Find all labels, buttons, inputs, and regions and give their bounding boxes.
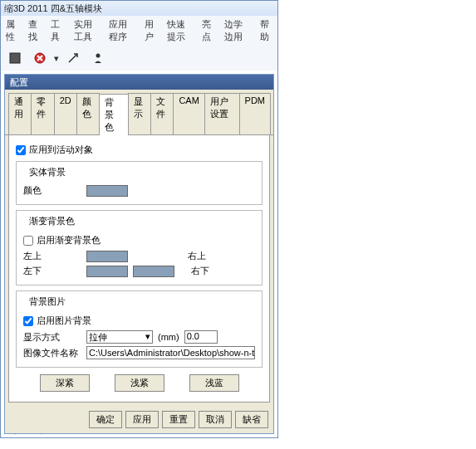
reset-button[interactable]: 重置 [162, 411, 195, 428]
menu-item[interactable]: 快速提示 [165, 17, 194, 44]
apply-active-label: 应用到活动对象 [29, 144, 93, 156]
menu-item[interactable]: 用户 [143, 17, 159, 44]
app-toolbar: ▾ [1, 46, 277, 71]
menubar: 属性 查找 工具 实用工具 应用程序 用户 快速提示 亮点 边学边用 帮助 [1, 16, 277, 46]
tab-usersettings[interactable]: 用户设置 [204, 93, 240, 134]
tab-file[interactable]: 文件 [150, 93, 174, 134]
enable-gradient-checkbox[interactable] [23, 236, 33, 246]
apply-button[interactable]: 应用 [125, 411, 159, 428]
svg-point-1 [35, 53, 45, 63]
menu-item[interactable]: 属性 [4, 17, 20, 44]
tr-label: 右上 [188, 250, 206, 262]
tab-panel: 应用到活动对象 实体背景 颜色 渐变背景色 启用渐变背景色 左上 [8, 135, 270, 403]
image-name-label: 图像文件名称 [23, 347, 81, 359]
svg-point-2 [96, 54, 101, 58]
image-bg-group: 背景图片 启用图片背景 显示方式 拉伸 ▾ (mm) 0.0 图像文件名称 [16, 290, 263, 368]
color-label: 颜色 [23, 184, 81, 197]
dialog-buttons: 确定 应用 重置 取消 缺省 [5, 406, 273, 433]
tab-pdm[interactable]: PDM [239, 93, 271, 134]
enable-image-label: 启用图片背景 [37, 315, 91, 327]
tab-color[interactable]: 颜色 [76, 93, 100, 134]
enable-gradient-label: 启用渐变背景色 [37, 234, 101, 246]
menu-item[interactable]: 帮助 [258, 17, 274, 44]
tab-cam[interactable]: CAM [173, 93, 204, 134]
config-dialog: 配置 通用 零件 2D 颜色 背景色 显示 文件 CAM 用户设置 PDM 应用… [4, 74, 274, 434]
bl-label: 左下 [23, 265, 81, 277]
tool-icon[interactable] [4, 47, 26, 69]
display-mode-label: 显示方式 [23, 331, 81, 344]
unit-label: (mm) [158, 332, 179, 342]
menu-item[interactable]: 边学边用 [223, 17, 251, 44]
br-label: 右下 [191, 265, 209, 277]
br-swatch[interactable] [133, 266, 174, 277]
unit-input[interactable]: 0.0 [184, 330, 218, 344]
menu-item[interactable]: 工具 [49, 17, 65, 44]
person-icon[interactable] [87, 47, 109, 69]
preset-deep-button[interactable]: 深紧 [40, 374, 90, 392]
gradient-bg-title: 渐变背景色 [27, 215, 77, 227]
enable-image-check[interactable]: 启用图片背景 [23, 315, 255, 327]
arrow-icon[interactable] [62, 47, 84, 69]
enable-image-checkbox[interactable] [23, 316, 33, 326]
image-name-input[interactable]: C:\Users\Administrator\Desktop\show-n-te… [86, 346, 255, 359]
tab-part[interactable]: 零件 [31, 93, 54, 134]
app-window: 缩3D 2011 四&五轴模块 属性 查找 工具 实用工具 应用程序 用户 快速… [0, 0, 278, 438]
tl-swatch[interactable] [86, 251, 128, 262]
cancel-button[interactable]: 取消 [199, 411, 232, 428]
tl-label: 左上 [23, 250, 81, 262]
chevron-down-icon: ▾ [145, 331, 150, 343]
apply-active-check[interactable]: 应用到活动对象 [16, 144, 263, 156]
solid-bg-title: 实体背景 [27, 166, 68, 178]
menu-item[interactable]: 亮点 [200, 17, 216, 44]
svg-rect-0 [10, 53, 20, 63]
menu-item[interactable]: 查找 [27, 17, 42, 44]
dialog-title: 配置 [5, 75, 273, 90]
preset-blue-button[interactable]: 浅蓝 [189, 374, 239, 392]
default-button[interactable]: 缺省 [235, 411, 268, 428]
preset-buttons: 深紧 浅紧 浅蓝 [16, 374, 263, 392]
tab-2d[interactable]: 2D [54, 93, 77, 134]
ok-button[interactable]: 确定 [89, 411, 122, 428]
solid-bg-group: 实体背景 颜色 [16, 161, 263, 205]
display-mode-value: 拉伸 [89, 331, 107, 343]
menu-item[interactable]: 实用工具 [72, 17, 101, 44]
bl-swatch[interactable] [86, 266, 128, 277]
tab-bgcolor[interactable]: 背景色 [99, 94, 129, 135]
image-bg-title: 背景图片 [27, 295, 68, 308]
gradient-bg-group: 渐变背景色 启用渐变背景色 左上 右上 左下 右下 [16, 210, 263, 286]
titlebar: 缩3D 2011 四&五轴模块 [1, 1, 277, 16]
window-title: 缩3D 2011 四&五轴模块 [4, 2, 102, 15]
display-mode-select[interactable]: 拉伸 ▾ [86, 330, 153, 344]
color-swatch[interactable] [86, 185, 128, 197]
tab-display[interactable]: 显示 [128, 93, 151, 134]
enable-gradient-check[interactable]: 启用渐变背景色 [23, 234, 255, 246]
close-icon[interactable] [29, 47, 51, 69]
apply-active-checkbox[interactable] [16, 145, 26, 155]
preset-shallow-button[interactable]: 浅紧 [115, 374, 164, 392]
menu-item[interactable]: 应用程序 [107, 17, 135, 44]
tab-general[interactable]: 通用 [8, 93, 32, 134]
separator: ▾ [54, 53, 59, 64]
tabs: 通用 零件 2D 颜色 背景色 显示 文件 CAM 用户设置 PDM [5, 90, 273, 135]
